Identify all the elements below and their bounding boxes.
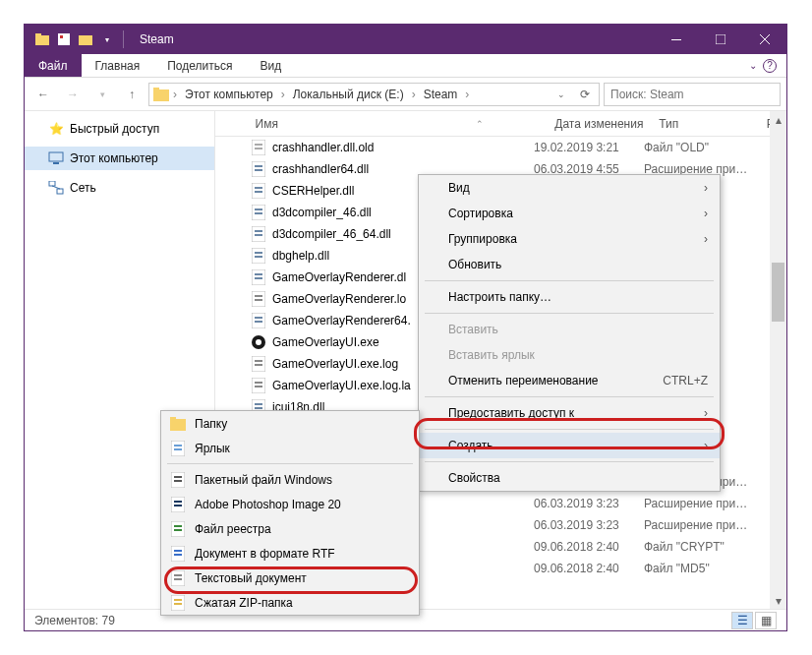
- ctx-item[interactable]: Вставить ярлык: [419, 342, 720, 368]
- chevron-right-icon: ›: [704, 439, 708, 452]
- ctx-label: Группировка: [448, 232, 517, 246]
- ctx-item[interactable]: Свойства: [419, 465, 720, 491]
- nav-up-button[interactable]: ↑: [119, 82, 145, 107]
- sidebar-item-this-pc[interactable]: Этот компьютер: [25, 147, 214, 170]
- ctx-item[interactable]: Ярлык: [161, 436, 419, 460]
- breadcrumb[interactable]: Этот компьютер: [181, 88, 277, 101]
- column-headers[interactable]: Имя⌃ Дата изменения Тип Ра: [215, 111, 786, 137]
- view-thumbnails-button[interactable]: ▦: [755, 612, 777, 629]
- file-row[interactable]: crashhandler.dll.old19.02.2019 3:21Файл …: [215, 137, 786, 158]
- breadcrumb[interactable]: Локальный диск (E:): [289, 88, 408, 101]
- qat-dropdown[interactable]: ▾: [97, 30, 117, 49]
- address-dropdown[interactable]: ⌄: [551, 89, 571, 99]
- vertical-scrollbar[interactable]: ▴ ▾: [770, 111, 786, 609]
- new-folder-icon[interactable]: [76, 30, 95, 49]
- svg-rect-49: [255, 382, 262, 384]
- svg-point-44: [256, 339, 261, 345]
- file-name: GameOverlayUI.exe: [272, 335, 379, 349]
- ctx-item[interactable]: Вид›: [419, 175, 720, 201]
- ctx-item[interactable]: Папку: [161, 411, 419, 436]
- sort-asc-icon: ⌃: [476, 119, 543, 129]
- svg-rect-18: [255, 148, 262, 149]
- ctx-label: Adobe Photoshop Image 20: [195, 498, 341, 511]
- ctx-item[interactable]: Группировка›: [419, 226, 720, 252]
- tab-view[interactable]: Вид: [246, 54, 295, 77]
- svg-rect-11: [49, 152, 63, 161]
- ctx-item[interactable]: Отменить переименованиеCTRL+Z: [419, 368, 720, 393]
- col-header-name: Имя⌃: [250, 117, 550, 131]
- chevron-right-icon[interactable]: ›: [465, 88, 469, 101]
- ctx-item[interactable]: Настроить папку…: [419, 284, 720, 310]
- scroll-down-button[interactable]: ▾: [770, 592, 786, 609]
- svg-rect-67: [174, 529, 182, 531]
- search-input[interactable]: [610, 88, 774, 101]
- svg-rect-57: [174, 445, 182, 447]
- ctx-item[interactable]: Пакетный файл Windows: [161, 467, 419, 492]
- svg-rect-2: [58, 33, 70, 45]
- context-submenu-new[interactable]: ПапкуЯрлыкПакетный файл WindowsAdobe Pho…: [160, 410, 420, 616]
- ctx-item[interactable]: Предоставить доступ к›: [419, 400, 720, 426]
- ps-icon: [169, 496, 187, 513]
- refresh-button[interactable]: ⟳: [575, 88, 595, 101]
- context-menu[interactable]: Вид›Сортировка›Группировка›ОбновитьНастр…: [418, 174, 721, 492]
- col-header-type[interactable]: Тип: [653, 117, 761, 131]
- svg-rect-13: [49, 181, 55, 186]
- maximize-button[interactable]: [698, 25, 742, 54]
- svg-rect-41: [255, 317, 262, 319]
- titlebar: ▾ Steam: [25, 25, 786, 54]
- status-text: Элементов: 79: [34, 614, 115, 627]
- qat: ▾: [32, 30, 117, 49]
- nav-recent-dropdown[interactable]: ▾: [89, 82, 115, 107]
- nav-forward-button[interactable]: →: [60, 82, 86, 107]
- svg-rect-35: [255, 273, 262, 275]
- ctx-label: Сжатая ZIP-папка: [195, 596, 293, 610]
- ctx-item[interactable]: Документ в формате RTF: [161, 541, 419, 566]
- address-bar[interactable]: › Этот компьютер › Локальный диск (E:) ›…: [148, 83, 600, 106]
- svg-rect-20: [255, 165, 262, 167]
- svg-rect-47: [255, 364, 262, 366]
- zip-icon: [169, 594, 187, 612]
- file-name: crashhandler64.dll: [272, 162, 369, 176]
- network-icon: [48, 180, 64, 196]
- svg-rect-30: [255, 234, 262, 236]
- ctx-label: Настроить папку…: [448, 290, 551, 304]
- breadcrumb[interactable]: Steam: [420, 88, 462, 101]
- svg-rect-3: [60, 35, 63, 38]
- ribbon-expand-icon[interactable]: ⌄: [749, 60, 757, 71]
- svg-rect-52: [255, 403, 262, 405]
- ctx-label: Вставить: [448, 323, 498, 336]
- scroll-thumb[interactable]: [772, 263, 784, 322]
- chevron-right-icon[interactable]: ›: [173, 88, 177, 101]
- view-details-button[interactable]: ☰: [731, 612, 753, 629]
- ctx-item[interactable]: Сортировка›: [419, 201, 720, 226]
- tab-share[interactable]: Поделиться: [153, 54, 246, 77]
- ctx-item[interactable]: Вставить: [419, 317, 720, 342]
- ctx-item[interactable]: Сжатая ZIP-папка: [161, 590, 419, 615]
- help-icon[interactable]: ?: [763, 59, 777, 73]
- svg-rect-21: [255, 169, 262, 171]
- ctx-item[interactable]: Файл реестра: [161, 516, 419, 541]
- svg-rect-72: [174, 574, 182, 576]
- col-header-date[interactable]: Дата изменения: [549, 117, 653, 131]
- close-button[interactable]: [742, 25, 786, 54]
- tab-main[interactable]: Главная: [82, 54, 154, 77]
- minimize-button[interactable]: [654, 25, 698, 54]
- ctx-item[interactable]: Создать›: [419, 433, 720, 458]
- sidebar-item-label: Быстрый доступ: [70, 122, 159, 136]
- sidebar-item-quick-access[interactable]: ⭐ Быстрый доступ: [25, 117, 214, 141]
- tab-file[interactable]: Файл: [25, 54, 82, 77]
- svg-rect-26: [255, 208, 262, 210]
- ctx-item[interactable]: Текстовый документ: [161, 566, 419, 590]
- chevron-right-icon[interactable]: ›: [412, 88, 416, 101]
- nav-back-button[interactable]: ←: [30, 82, 56, 107]
- file-icon: [251, 378, 266, 393]
- properties-icon[interactable]: [54, 30, 74, 49]
- scroll-up-button[interactable]: ▴: [770, 111, 786, 128]
- ctx-item[interactable]: Обновить: [419, 252, 720, 277]
- chevron-right-icon[interactable]: ›: [281, 88, 285, 101]
- sidebar-item-network[interactable]: Сеть: [25, 176, 214, 200]
- svg-rect-5: [671, 39, 681, 40]
- search-box[interactable]: [604, 83, 781, 106]
- ctx-item[interactable]: Adobe Photoshop Image 20: [161, 492, 419, 516]
- reg-icon: [169, 520, 187, 538]
